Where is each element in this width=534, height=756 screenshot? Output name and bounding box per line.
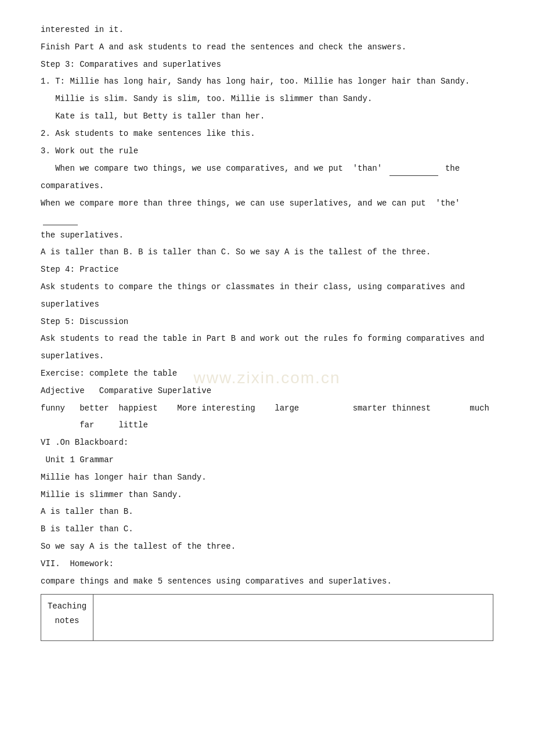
line-interested: interested in it. (41, 23, 493, 37)
line-table-header: Adjective Comparative Superlative (41, 384, 493, 398)
line-step5: Step 5: Discussion (41, 315, 493, 329)
line-superlatives: the superlatives. (41, 229, 493, 243)
quote-the: 'the' (436, 199, 460, 208)
line-kate: Kate is tall, but Betty is taller than h… (41, 110, 493, 124)
line-table-words2: far little (41, 419, 493, 433)
line-compare-more: When we compare more than three things, … (41, 197, 493, 225)
line-step3: Step 3: Comparatives and superlatives (41, 58, 493, 72)
teaching-label-line2: notes (47, 614, 87, 628)
line-millie2: Millie is slim. Sandy is slim, too. Mill… (41, 92, 493, 106)
teaching-notes-label: Teaching notes (41, 595, 93, 641)
line-ask-compare: Ask students to compare the things or cl… (41, 280, 493, 294)
line-superlatives3: superlatives. (41, 350, 493, 363)
line-homework: compare things and make 5 sentences usin… (41, 575, 493, 589)
line-work-out: 3. Work out the rule (41, 145, 493, 159)
quote-than: 'than' (353, 164, 382, 173)
page-content: interested in it. Finish Part A and ask … (41, 23, 493, 641)
line-millie1: 1. T: Millie has long hair, Sandy has lo… (41, 75, 493, 89)
line-unit1: Unit 1 Grammar (41, 453, 493, 467)
line-step4: Step 4: Practice (41, 263, 493, 277)
line-millie-slimmer: Millie is slimmer than Sandy. (41, 488, 493, 502)
line-ask-read: Ask students to read the table in Part B… (41, 332, 493, 346)
blank-2 (43, 211, 78, 225)
teaching-notes-content (93, 595, 493, 641)
line-vii: VII. Homework: (41, 557, 493, 571)
blank-1 (389, 161, 438, 176)
line-vi: VI .On Blackboard: (41, 436, 493, 450)
teaching-notes-table: Teaching notes (41, 594, 493, 641)
line-a-taller-b: A is taller than B. (41, 505, 493, 519)
line-taller-abc: A is taller than B. B is taller than C. … (41, 246, 493, 260)
line-millie-longer: Millie has longer hair than Sandy. (41, 471, 493, 485)
line-comparatives: comparatives. (41, 179, 493, 193)
line-table-words: funny better happiest More interesting l… (41, 402, 493, 416)
line-tallest: So we say A is the tallest of the three. (41, 540, 493, 554)
line-exercise: Exercise: complete the table (41, 367, 493, 381)
line-b-taller-c: B is taller than C. (41, 523, 493, 537)
teaching-label-line1: Teaching (47, 599, 87, 614)
line-superlatives2: superlatives (41, 298, 493, 312)
line-ask-sentences: 2. Ask students to make sentences like t… (41, 127, 493, 141)
line-finish: Finish Part A and ask students to read t… (41, 41, 493, 55)
line-compare-two: When we compare two things, we use compa… (41, 161, 493, 176)
